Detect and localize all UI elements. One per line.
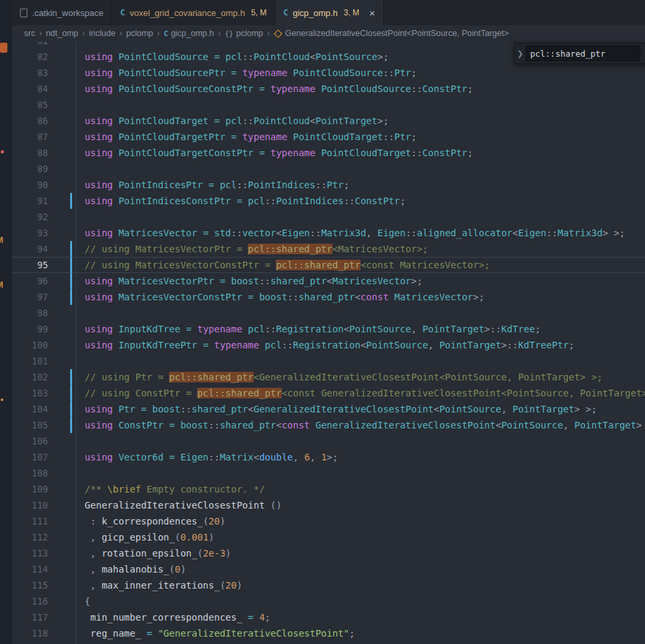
code-line-97[interactable]: 97 using MatricesVectorConstPtr = boost:…: [12, 289, 645, 305]
gutter-decoration-zone: [48, 65, 73, 81]
code-line-105[interactable]: 105 using ConstPtr = boost::shared_ptr<c…: [12, 417, 645, 433]
code-line-86[interactable]: 86 using PointCloudTarget = pcl::PointCl…: [12, 113, 645, 129]
code-text: using PointCloudTargetPtr = typename Poi…: [73, 129, 645, 145]
code-text: , rotation_epsilon_(2e-3): [73, 545, 645, 561]
code-line-110[interactable]: 110 GeneralizedIterativeClosestPoint (): [12, 497, 645, 513]
breadcrumb-item-3[interactable]: include: [89, 29, 116, 38]
gutter-decoration-zone: [48, 305, 73, 321]
code-line-112[interactable]: 112 , gicp_epsilon_(0.001): [12, 529, 645, 545]
code-line-101[interactable]: 101: [12, 353, 645, 369]
code-line-98[interactable]: 98: [12, 305, 645, 321]
gutter-decoration-zone: [48, 257, 73, 273]
line-number: 96: [12, 273, 48, 289]
gutter-decoration-zone: [48, 289, 73, 305]
line-number: 107: [12, 449, 48, 465]
code-line-115[interactable]: 115 , max_inner_iterations_(20): [12, 577, 645, 593]
line-number: 82: [12, 49, 48, 65]
code-line-107[interactable]: 107 using Vector6d = Eigen::Matrix<doubl…: [12, 449, 645, 465]
code-line-91[interactable]: 91 using PointIndicesConstPtr = pcl::Poi…: [12, 193, 645, 209]
tab-voxel-grid-covariance-omp-h[interactable]: Cvoxel_grid_covariance_omp.h5, M: [112, 0, 275, 25]
toggle-replace-chevron-icon[interactable]: ❯: [515, 49, 525, 58]
code-text: using Ptr = boost::shared_ptr<Generalize…: [73, 401, 645, 417]
code-line-113[interactable]: 113 , rotation_epsilon_(2e-3): [12, 545, 645, 561]
left-strip-decoration: M: [0, 280, 6, 290]
code-line-95[interactable]: 95 // using MatricesVectorConstPtr = pcl…: [12, 257, 645, 273]
code-line-89[interactable]: 89: [12, 161, 645, 177]
code-text: [73, 353, 645, 369]
left-strip: MM: [0, 0, 12, 644]
c-file-icon: C: [283, 8, 288, 17]
code-text: , max_inner_iterations_(20): [73, 577, 645, 593]
code-line-83[interactable]: 83 using PointCloudSourcePtr = typename …: [12, 65, 645, 81]
code-line-111[interactable]: 111 : k_correspondences_(20): [12, 513, 645, 529]
gutter-decoration-zone: [48, 625, 73, 641]
code-line-84[interactable]: 84 using PointCloudSourceConstPtr = type…: [12, 81, 645, 97]
code-line-114[interactable]: 114 , mahalanobis_(0): [12, 561, 645, 577]
code-text: using MatricesVectorPtr = boost::shared_…: [73, 273, 645, 289]
line-number: 113: [12, 545, 48, 561]
find-widget: ❯ pcl::shared_ptr A: [514, 43, 645, 64]
code-line-94[interactable]: 94 // using MatricesVectorPtr = pcl::sha…: [12, 241, 645, 257]
line-number: 89: [12, 161, 48, 177]
line-number: 94: [12, 241, 48, 257]
breadcrumb-item-5[interactable]: Cgicp_omp.h: [164, 29, 214, 38]
tab-catkin-workspace[interactable]: .catkin_workspace: [12, 0, 112, 25]
find-input[interactable]: pcl::shared_ptr: [525, 45, 640, 61]
code-text: [73, 97, 645, 113]
breadcrumb-item-1[interactable]: src: [24, 29, 35, 38]
gutter-decoration-zone: [48, 497, 73, 513]
code-text: using PointIndicesPtr = pcl::PointIndice…: [73, 177, 645, 193]
code-text: using ConstPtr = boost::shared_ptr<const…: [73, 417, 645, 433]
code-editor[interactable]: 8182 using PointCloudSource = pcl::Point…: [12, 41, 645, 644]
vscode-window: MM .catkin_workspaceCvoxel_grid_covarian…: [0, 0, 645, 644]
line-number: 110: [12, 497, 48, 513]
line-number: 112: [12, 529, 48, 545]
breadcrumb-item-7[interactable]: GeneralizedIterativeClosestPoint<PointSo…: [274, 29, 509, 38]
gutter-decoration-zone: [48, 449, 73, 465]
code-line-96[interactable]: 96 using MatricesVectorPtr = boost::shar…: [12, 273, 645, 289]
line-number: 87: [12, 129, 48, 145]
left-strip-decoration: M: [0, 235, 6, 246]
class-symbol-icon: [274, 29, 282, 38]
line-number: 97: [12, 289, 48, 305]
code-line-88[interactable]: 88 using PointCloudTargetConstPtr = type…: [12, 145, 645, 161]
code-line-117[interactable]: 117 min_number_correspondences_ = 4;: [12, 609, 645, 625]
tab-bar: .catkin_workspaceCvoxel_grid_covariance_…: [12, 0, 645, 25]
line-number: 92: [12, 209, 48, 225]
code-line-118[interactable]: 118 reg_name_ = "GeneralizedIterativeClo…: [12, 625, 645, 641]
code-line-102[interactable]: 102 // using Ptr = pcl::shared_ptr<Gener…: [12, 369, 645, 385]
code-line-99[interactable]: 99 using InputKdTree = typename pcl::Reg…: [12, 321, 645, 337]
tab-gicp-omp-h[interactable]: Cgicp_omp.h3, M×: [275, 0, 384, 25]
code-line-92[interactable]: 92: [12, 209, 645, 225]
code-text: // using Ptr = pcl::shared_ptr<Generaliz…: [73, 369, 645, 385]
breadcrumb-separator-icon: ›: [81, 29, 85, 38]
code-text: [73, 433, 645, 449]
breadcrumb-item-4[interactable]: pclomp: [126, 29, 153, 38]
code-line-90[interactable]: 90 using PointIndicesPtr = pcl::PointInd…: [12, 177, 645, 193]
git-modified-bar: [70, 417, 72, 433]
gutter-decoration-zone: [48, 241, 73, 257]
code-line-93[interactable]: 93 using MatricesVector = std::vector<Ei…: [12, 225, 645, 241]
line-number: 95: [12, 257, 48, 273]
code-line-87[interactable]: 87 using PointCloudTargetPtr = typename …: [12, 129, 645, 145]
breadcrumb-item-6[interactable]: {}pclomp: [225, 29, 264, 38]
breadcrumb-item-2[interactable]: ndt_omp: [46, 29, 79, 38]
breadcrumb-separator-icon: ›: [119, 29, 123, 38]
code-text: [73, 305, 645, 321]
code-line-108[interactable]: 108: [12, 465, 645, 481]
code-line-85[interactable]: 85: [12, 97, 645, 113]
code-line-104[interactable]: 104 using Ptr = boost::shared_ptr<Genera…: [12, 401, 645, 417]
code-line-103[interactable]: 103 // using ConstPtr = pcl::shared_ptr<…: [12, 385, 645, 401]
line-number: 101: [12, 353, 48, 369]
left-strip-decoration: [0, 43, 7, 53]
code-line-100[interactable]: 100 using InputKdTreePtr = typename pcl:…: [12, 337, 645, 353]
close-icon[interactable]: ×: [369, 8, 375, 18]
editor-group: .catkin_workspaceCvoxel_grid_covariance_…: [12, 0, 645, 644]
code-line-106[interactable]: 106: [12, 433, 645, 449]
code-text: // using MatricesVectorPtr = pcl::shared…: [73, 241, 645, 257]
tab-label: gicp_omp.h: [292, 8, 337, 18]
tab-label: voxel_grid_covariance_omp.h: [130, 8, 245, 18]
code-line-116[interactable]: 116 {: [12, 593, 645, 609]
code-line-109[interactable]: 109 /** \brief Empty constructor. */: [12, 481, 645, 497]
file-icon: [20, 9, 27, 17]
